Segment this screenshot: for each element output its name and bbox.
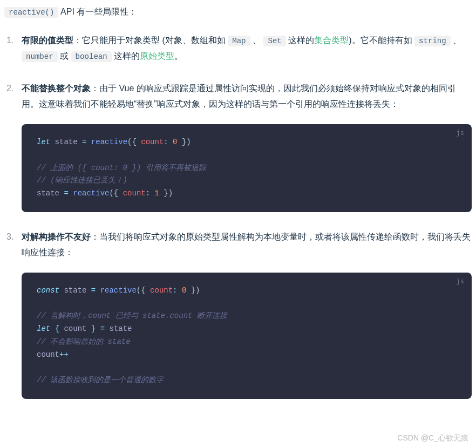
link-collection-types[interactable]: 集合类型 xyxy=(314,36,349,45)
list-item-3: 对解构操作不友好：当我们将响应式对象的原始类型属性解构为本地变量时，或者将该属性… xyxy=(4,229,472,399)
item1-paragraph: 有限的值类型：它只能用于对象类型 (对象、数组和如 Map 、 Set 这样的集… xyxy=(22,33,472,64)
code-lang-1: js xyxy=(457,127,464,138)
code2-line2: let { count } = state xyxy=(37,323,457,336)
code2-comment2: // 不会影响原始的 state xyxy=(37,336,457,349)
list-item-1: 有限的值类型：它只能用于对象类型 (对象、数组和如 Map 、 Set 这样的集… xyxy=(4,33,472,64)
item1-seg4: )。它不能持有如 xyxy=(349,36,414,45)
code-block-2: js const state = reactive({ count: 0 }) … xyxy=(22,273,472,399)
code1-blank xyxy=(37,149,457,162)
intro-tail: API 有一些局限性： xyxy=(58,7,137,16)
item1-title: 有限的值类型 xyxy=(22,36,73,45)
inline-code-set: Set xyxy=(263,36,285,46)
item3-title: 对解构操作不友好 xyxy=(22,232,91,241)
item2-colon: ： xyxy=(91,84,99,93)
item1-seg1: 它只能用于对象类型 (对象、数组和如 xyxy=(82,36,228,45)
item2-title: 不能替换整个对象 xyxy=(22,84,91,93)
inline-code-string: string xyxy=(414,36,451,46)
list-item-2: 不能替换整个对象：由于 Vue 的响应式跟踪是通过属性访问实现的，因此我们必须始… xyxy=(4,81,472,212)
code-block-1: js let state = reactive({ count: 0 }) //… xyxy=(22,124,472,212)
code2-comment3: // 该函数接收到的是一个普通的数字 xyxy=(37,374,457,387)
code2-comment1: // 当解构时，count 已经与 state.count 断开连接 xyxy=(37,310,457,323)
link-primitive-types[interactable]: 原始类型 xyxy=(140,51,174,60)
item1-colon: ： xyxy=(73,36,82,45)
item1-seg3: 这样的 xyxy=(286,36,314,45)
item1-seg2: 、 xyxy=(250,36,264,45)
item3-colon: ： xyxy=(91,232,99,241)
code1-line1: let state = reactive({ count: 0 }) xyxy=(37,136,457,149)
item1-seg5: 、 xyxy=(451,36,461,45)
item3-paragraph: 对解构操作不友好：当我们将响应式对象的原始类型属性解构为本地变量时，或者将该属性… xyxy=(22,229,472,261)
inline-code-number: number xyxy=(22,51,58,62)
code1-line2: state = reactive({ count: 1 }) xyxy=(37,187,457,200)
code1-comment2: // (响应性连接已丢失！) xyxy=(37,174,457,187)
code2-blank2 xyxy=(37,361,457,374)
code2-blank1 xyxy=(37,297,457,310)
inline-code-map: Map xyxy=(228,36,250,46)
item2-paragraph: 不能替换整个对象：由于 Vue 的响应式跟踪是通过属性访问实现的，因此我们必须始… xyxy=(22,81,472,112)
code2-line3: count++ xyxy=(37,349,457,362)
code1-comment1: // 上面的 ({ count: 0 }) 引用将不再被追踪 xyxy=(37,162,457,175)
inline-code-boolean: boolean xyxy=(71,51,112,62)
item1-seg8: 。 xyxy=(174,51,183,60)
item1-seg7: 这样的 xyxy=(112,51,140,60)
limitations-list: 有限的值类型：它只能用于对象类型 (对象、数组和如 Map 、 Set 这样的集… xyxy=(4,33,472,399)
code-lang-2: js xyxy=(457,276,464,287)
item1-seg6: 或 xyxy=(58,51,71,60)
code2-line1: const state = reactive({ count: 0 }) xyxy=(37,284,457,297)
intro-paragraph: reactive() API 有一些局限性： xyxy=(4,4,472,20)
inline-code-reactive: reactive() xyxy=(4,7,58,18)
